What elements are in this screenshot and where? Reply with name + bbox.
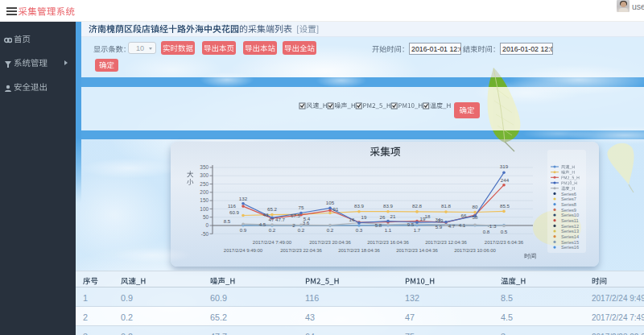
svg-text:Series15: Series15 (561, 240, 579, 245)
svg-text:81.8: 81.8 (441, 203, 452, 209)
svg-text:18: 18 (425, 213, 431, 219)
svg-text:Series6: Series6 (561, 192, 576, 196)
svg-text:47.7: 47.7 (275, 217, 286, 222)
svg-text:150: 150 (200, 197, 208, 203)
svg-text:50: 50 (203, 214, 209, 220)
svg-text:80: 80 (473, 204, 478, 209)
svg-text:2017/2/23 10:06:00: 2017/2/23 10:06:00 (454, 248, 496, 253)
svg-text:60.9: 60.9 (229, 209, 240, 215)
svg-text:1.1: 1.1 (385, 227, 392, 233)
svg-text:300: 300 (200, 172, 208, 178)
svg-text:47: 47 (269, 217, 275, 222)
svg-text:67.5: 67.5 (291, 213, 301, 218)
svg-text:100: 100 (200, 206, 208, 212)
svg-text:26: 26 (380, 214, 386, 220)
svg-text:Series14: Series14 (561, 234, 579, 239)
svg-text:85.5: 85.5 (500, 203, 510, 209)
svg-text:Series8: Series8 (561, 202, 576, 207)
svg-text:5.8: 5.8 (375, 222, 382, 228)
svg-text:2017/2/23 12:04:36: 2017/2/23 12:04:36 (425, 240, 467, 245)
svg-text:66: 66 (461, 213, 467, 218)
svg-text:-1.3: -1.3 (488, 223, 497, 229)
svg-text:2017/2/23 6:04:36: 2017/2/23 6:04:36 (485, 240, 524, 245)
svg-text:21: 21 (390, 213, 396, 219)
svg-text:2: 2 (292, 222, 295, 228)
svg-text:4.7: 4.7 (448, 223, 456, 229)
svg-text:132: 132 (239, 196, 248, 201)
svg-text:105: 105 (326, 200, 335, 205)
svg-text:Series10: Series10 (561, 213, 579, 217)
svg-text:1.7: 1.7 (414, 227, 421, 233)
svg-text:Series9: Series9 (561, 208, 576, 213)
svg-text:0.2: 0.2 (298, 227, 305, 233)
svg-text:2017/2/23 22:04:36: 2017/2/23 22:04:36 (280, 248, 322, 253)
svg-text:Series12: Series12 (561, 224, 579, 229)
svg-text:16: 16 (349, 217, 355, 222)
svg-text:82.8: 82.8 (412, 203, 423, 209)
svg-text:0: 0 (205, 222, 208, 228)
svg-text:19: 19 (361, 214, 367, 220)
svg-text:4.1: 4.1 (459, 222, 466, 228)
svg-text:Series7: Series7 (561, 196, 576, 201)
svg-text:200: 200 (200, 189, 208, 195)
svg-text:83.9: 83.9 (383, 203, 394, 209)
svg-text:91: 91 (333, 206, 339, 212)
svg-text:0.3: 0.3 (356, 227, 363, 233)
svg-text:83.9: 83.9 (354, 203, 365, 209)
svg-text:0.9: 0.9 (240, 227, 247, 233)
svg-text:9.5: 9.5 (407, 221, 415, 227)
svg-text:65.2: 65.2 (267, 206, 278, 212)
svg-text:350: 350 (200, 164, 208, 170)
svg-text:5.9: 5.9 (436, 224, 443, 230)
svg-text:4.5: 4.5 (259, 221, 266, 227)
svg-text:2017/2/23 18:04:36: 2017/2/23 18:04:36 (338, 248, 380, 253)
svg-text:Series11: Series11 (561, 218, 579, 223)
svg-text:2017/2/23 20:04:36: 2017/2/23 20:04:36 (309, 240, 351, 245)
svg-text:3.6: 3.6 (303, 220, 310, 225)
svg-text:19: 19 (420, 216, 426, 221)
svg-text:2017/2/23 14:04:36: 2017/2/23 14:04:36 (396, 248, 438, 253)
svg-text:8.5: 8.5 (224, 218, 231, 224)
svg-text:19: 19 (438, 217, 444, 223)
svg-text:58: 58 (473, 214, 478, 220)
svg-text:0.2: 0.2 (269, 227, 276, 233)
svg-text:Series13: Series13 (561, 229, 579, 234)
svg-text:319: 319 (500, 163, 509, 169)
svg-text:116: 116 (228, 203, 236, 209)
svg-text:0.2: 0.2 (327, 227, 334, 233)
svg-text:0.5: 0.5 (501, 229, 508, 234)
svg-text:Series16: Series16 (561, 245, 579, 250)
svg-text:244: 244 (501, 177, 510, 183)
svg-text:2017/2/23 16:04:36: 2017/2/23 16:04:36 (367, 240, 409, 245)
svg-text:0.8: 0.8 (483, 229, 490, 234)
svg-text:2017/2/24 9:49:00: 2017/2/24 9:49:00 (224, 248, 263, 253)
svg-text:2017/2/24 7:49:00: 2017/2/24 7:49:00 (253, 240, 292, 245)
svg-text:75: 75 (299, 205, 304, 210)
svg-text:-50: -50 (201, 231, 209, 237)
svg-text:250: 250 (200, 181, 208, 187)
